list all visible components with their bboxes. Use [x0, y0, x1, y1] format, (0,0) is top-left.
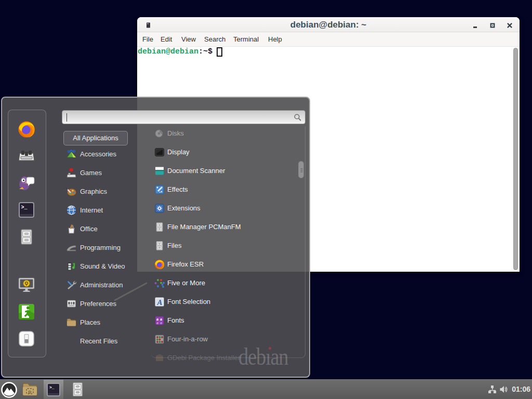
svg-text:D: D — [29, 390, 32, 394]
svg-text:>_: >_ — [49, 385, 55, 390]
svg-text:a: a — [156, 321, 158, 325]
svg-text:>_: >_ — [21, 205, 28, 210]
svg-text:A: A — [156, 298, 162, 307]
svg-text:a: a — [160, 321, 162, 325]
